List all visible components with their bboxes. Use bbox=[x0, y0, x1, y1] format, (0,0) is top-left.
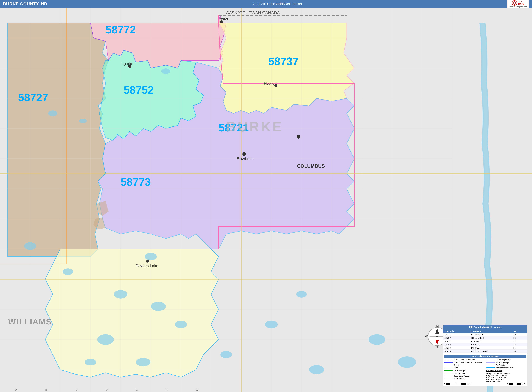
legend-tbody: 58721 BOWBELLS G3 58727 COLUMBUS C3 5873… bbox=[443, 333, 527, 353]
powerslake-label: Powers Lake bbox=[136, 264, 158, 268]
legend-label-secondary: Secondary Streets bbox=[453, 375, 470, 377]
legend-name: POWERS LAKE bbox=[470, 350, 512, 353]
canada-border-label: SASKATCHEWAN CANADA bbox=[226, 10, 280, 15]
legend-row-county: County bbox=[444, 364, 484, 366]
svg-point-53 bbox=[296, 291, 307, 298]
svg-point-64 bbox=[146, 260, 149, 263]
scale-bar: 0 5 10 Mi bbox=[444, 383, 471, 385]
map-legend-title: 2021 Burke County, ND Map bbox=[444, 355, 526, 358]
legend-row-us-hwy: US Highways bbox=[444, 369, 484, 372]
legend-row-secondary: Secondary Streets bbox=[444, 375, 484, 377]
city-size-25k: City Cities 25,000 - 49,999 bbox=[486, 377, 526, 378]
svg-point-49 bbox=[136, 358, 150, 366]
city-size-5k: City Cities 5,000 - 24,999 bbox=[486, 378, 526, 380]
col-loc: LOC bbox=[512, 330, 527, 333]
legend-label-minor: Minor Streets bbox=[453, 378, 465, 380]
map-legend: 2021 Burke County, ND Map International … bbox=[443, 354, 527, 386]
target-icon bbox=[512, 0, 517, 6]
city-size-100k: •City Cities 100,000 and Above bbox=[486, 372, 526, 374]
legend-table-row: 58772 PORTAL D1 bbox=[443, 346, 527, 350]
lignite-label: Lignite bbox=[121, 61, 132, 66]
svg-point-63 bbox=[297, 135, 300, 139]
legend-row-minor: Minor Streets bbox=[444, 378, 484, 380]
svg-point-58 bbox=[398, 356, 416, 368]
city-size-50k: •City Cities 50,000 - 99,999 bbox=[486, 374, 526, 377]
svg-point-55 bbox=[220, 351, 232, 358]
legend-row-intl-boundaries: International Boundaries bbox=[444, 359, 484, 361]
col-zip: ZIP Code bbox=[443, 330, 470, 333]
legend-label-state-hwy: State Highways bbox=[496, 361, 509, 364]
legend-row-toll: Toll Roads bbox=[486, 364, 526, 366]
zip-58773-label: 58773 bbox=[121, 176, 151, 188]
col-name: ZIP Name bbox=[470, 330, 512, 333]
legend-label-intl-boundaries: International Boundaries bbox=[453, 359, 475, 361]
legend-table-row: 58737 FLAXTON G2 bbox=[443, 340, 527, 343]
legend-cities-header: Cities and Towns bbox=[486, 369, 526, 372]
zip-58727-label: 58727 bbox=[18, 92, 48, 104]
county-name-label: BURKE bbox=[226, 119, 283, 134]
legend-loc: D3 bbox=[512, 343, 527, 346]
header: BURKE COUNTY, ND 2021 ZIP Code ColorCast… bbox=[0, 0, 532, 8]
legend-label-state: State bbox=[453, 367, 458, 369]
svg-point-50 bbox=[85, 359, 96, 365]
legend-zip: 58727 bbox=[443, 336, 470, 340]
svg-text:W: W bbox=[425, 335, 428, 338]
svg-text:E: E bbox=[136, 388, 138, 391]
legend-name: FLAXTON bbox=[470, 340, 512, 343]
legend-loc: G2 bbox=[512, 340, 527, 343]
svg-point-74 bbox=[436, 336, 438, 337]
legend-index-title: ZIP Code Index/Grid Locator bbox=[443, 325, 527, 330]
legend-label-county: County bbox=[453, 364, 460, 366]
svg-text:G: G bbox=[196, 388, 198, 391]
svg-text:F: F bbox=[166, 388, 168, 391]
zip-58772-label: 58772 bbox=[106, 24, 136, 36]
legend-label-interstate: Interstate Highways bbox=[496, 367, 513, 369]
svg-point-57 bbox=[369, 334, 385, 345]
svg-text:N: N bbox=[436, 324, 439, 328]
legend-loc: G3 bbox=[512, 333, 527, 336]
legend-zip: 58773 bbox=[443, 350, 470, 353]
legend-table: ZIP Code ZIP Name LOC 58721 BOWBELLS G3 … bbox=[443, 330, 527, 353]
legend-row-state-hwy: State Highways bbox=[486, 361, 526, 364]
svg-point-41 bbox=[24, 242, 36, 250]
legend-loc: C3 bbox=[512, 336, 527, 340]
legend-row-county-hwy: County Highways bbox=[486, 359, 526, 361]
legend-zip: 58772 bbox=[443, 346, 470, 350]
city-size-1k: n/a Cities 1 - 4,999 bbox=[486, 380, 526, 382]
legend-label-primary: Primary Streets bbox=[453, 372, 467, 374]
legend-label-county-hwy: County Highways bbox=[496, 359, 511, 361]
legend-loc: D6 bbox=[512, 350, 527, 353]
bowbells-label: Bowbells bbox=[237, 156, 254, 161]
legend-row-interstate: Interstate Highways bbox=[486, 367, 526, 369]
legend-name: PORTAL bbox=[470, 346, 512, 350]
columbus-label: COLUMBUS bbox=[297, 163, 325, 169]
logo-box: arket MAPS America's Leading Map Source bbox=[507, 0, 529, 9]
legend-row-primary: Primary Streets bbox=[444, 372, 484, 374]
svg-text:A: A bbox=[15, 388, 17, 391]
svg-point-48 bbox=[97, 334, 114, 345]
legend-table-row: 58721 BOWBELLS G3 bbox=[443, 333, 527, 336]
header-title: BURKE COUNTY, ND bbox=[3, 1, 47, 6]
svg-text:B: B bbox=[45, 388, 47, 391]
svg-point-59 bbox=[243, 152, 246, 156]
legend-zip: 58721 bbox=[443, 333, 470, 336]
legend-zip: 58752 bbox=[443, 343, 470, 346]
legend-row-intl-states: International States and Provinces bbox=[444, 361, 484, 364]
legend-label-toll: Toll Roads bbox=[496, 364, 505, 366]
header-logo: arket MAPS America's Leading Map Source bbox=[507, 0, 529, 9]
svg-point-46 bbox=[151, 302, 166, 311]
svg-point-47 bbox=[175, 321, 187, 328]
legend-name: COLUMBUS bbox=[470, 336, 512, 340]
logo-maps-text: MAPS bbox=[518, 3, 524, 5]
legend-table-row: 58727 COLUMBUS C3 bbox=[443, 336, 527, 340]
legend-zip: 58737 bbox=[443, 340, 470, 343]
svg-text:S: S bbox=[436, 346, 438, 349]
zip-58752-label: 58752 bbox=[124, 84, 154, 96]
svg-point-45 bbox=[114, 290, 127, 299]
legend-row-state: State bbox=[444, 367, 484, 369]
header-edition: 2021 ZIP Code ColorCast Edition bbox=[253, 2, 302, 6]
svg-point-54 bbox=[265, 321, 278, 328]
legend-table-row: 58752 LIGNITE D3 bbox=[443, 343, 527, 346]
svg-text:C: C bbox=[75, 388, 78, 391]
svg-point-51 bbox=[161, 68, 170, 74]
